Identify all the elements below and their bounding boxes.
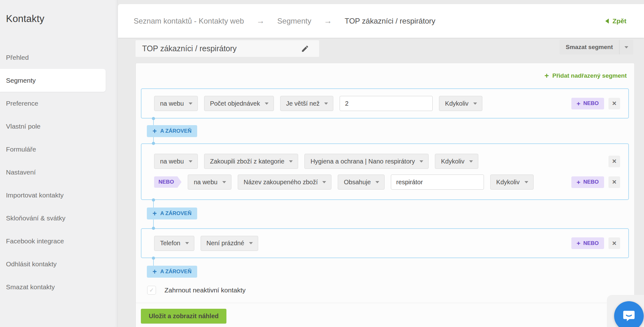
delete-segment-label: Smazat segment — [559, 44, 619, 51]
connector-dot — [152, 142, 155, 145]
sidebar-item-smazat-kontakty[interactable]: Smazat kontakty — [0, 275, 118, 298]
delete-segment-dropdown[interactable] — [619, 40, 633, 54]
breadcrumb-list-link[interactable]: Seznam kontaktů - Kontakty web — [134, 17, 244, 25]
or-tag-label: NEBO — [158, 179, 174, 185]
source-select[interactable]: na webu — [154, 154, 198, 169]
sidebar-item-importovat-kontakty[interactable]: Importovat kontakty — [0, 184, 118, 207]
close-icon: ✕ — [612, 100, 617, 107]
panel-divider — [136, 303, 634, 303]
condition-group-2: na webu Zakoupili zboží z kategorie Hygi… — [141, 143, 629, 200]
select-value: na webu — [160, 158, 184, 165]
add-parent-segment-button[interactable]: + Přidat nadřazený segment — [544, 72, 627, 80]
chevron-down-icon — [189, 160, 192, 163]
select-value: na webu — [194, 179, 218, 186]
back-label: Zpět — [613, 17, 626, 25]
and-label: A ZÁROVEŇ — [160, 128, 192, 134]
plus-icon: + — [153, 210, 157, 217]
remove-condition-button[interactable]: ✕ — [608, 98, 620, 109]
condition-row-or: NEBO na webu Název zakoupeného zboží Obs… — [154, 175, 620, 190]
remove-condition-button[interactable]: ✕ — [608, 176, 620, 188]
select-value: Není prázdné — [207, 240, 244, 247]
connector-dot — [152, 198, 155, 202]
field-select[interactable]: Telefon — [154, 236, 194, 251]
select-value: Kdykoliv — [445, 100, 468, 107]
sidebar-item-nastaveni[interactable]: Nastavení — [0, 161, 118, 184]
field-select[interactable]: Počet objednávek — [204, 96, 274, 111]
back-button[interactable]: Zpět — [605, 17, 626, 25]
source-select[interactable]: na webu — [154, 96, 198, 111]
breadcrumb-segments-link[interactable]: Segmenty — [277, 17, 311, 25]
or-label: NEBO — [583, 179, 599, 185]
select-value: Obsahuje — [344, 179, 371, 186]
sidebar-item-preference[interactable]: Preference — [0, 92, 118, 115]
chevron-down-icon — [324, 103, 328, 105]
select-value: Hygiena a ochrana | Nano respirátory — [310, 158, 415, 165]
pencil-icon[interactable] — [301, 45, 309, 53]
connector-dot — [152, 117, 155, 120]
remove-condition-button[interactable]: ✕ — [608, 237, 620, 249]
sidebar-item-segmenty[interactable]: Segmenty — [0, 69, 106, 92]
field-select[interactable]: Zakoupili zboží z kategorie — [204, 154, 298, 169]
close-icon: ✕ — [612, 158, 617, 165]
row-actions: ✕ — [608, 156, 620, 167]
segment-title-block: TOP zákazníci / respirátory — [136, 40, 319, 57]
select-value: na webu — [160, 100, 184, 107]
or-label: NEBO — [583, 240, 599, 247]
breadcrumb: Seznam kontaktů - Kontakty web → Segment… — [134, 16, 435, 26]
include-inactive-checkbox[interactable]: ✓ — [147, 286, 156, 295]
add-and-button[interactable]: + A ZÁROVEŇ — [147, 208, 197, 219]
chevron-down-icon — [265, 103, 269, 105]
select-value: Zakoupili zboží z kategorie — [210, 158, 285, 165]
sidebar-item-formulare[interactable]: Formuláře — [0, 138, 118, 161]
value-input[interactable] — [340, 96, 433, 111]
sidebar-item-vlastni-pole[interactable]: Vlastní pole — [0, 115, 118, 138]
arrow-right-icon: → — [257, 16, 265, 26]
operator-select[interactable]: Není prázdné — [201, 236, 258, 251]
chevron-down-icon — [375, 181, 379, 183]
condition-row: na webu Zakoupili zboží z kategorie Hygi… — [154, 154, 620, 169]
add-or-button[interactable]: + NEBO — [571, 176, 604, 188]
top-header: Seznam kontaktů - Kontakty web → Segment… — [118, 4, 644, 38]
remove-condition-button[interactable]: ✕ — [608, 156, 620, 167]
breadcrumb-current-segment: TOP zákazníci / respirátory — [345, 17, 436, 25]
plus-icon: + — [577, 100, 580, 107]
save-preview-button[interactable]: Uložit a zobrazit náhled — [141, 309, 226, 324]
add-or-button[interactable]: + NEBO — [571, 237, 604, 249]
sidebar-item-odhlasit-kontakty[interactable]: Odhlásit kontakty — [0, 252, 118, 275]
add-or-button[interactable]: + NEBO — [571, 98, 604, 109]
chevron-down-icon — [525, 181, 528, 183]
chevron-down-icon — [185, 242, 189, 244]
field-select[interactable]: Název zakoupeného zboží — [238, 175, 332, 190]
condition-row: na webu Počet objednávek Je větší než Kd… — [154, 96, 620, 111]
sidebar-item-sklonovani-svatky[interactable]: Skloňování & svátky — [0, 207, 118, 230]
condition-group-3: Telefon Není prázdné + NEBO ✕ — [141, 228, 629, 258]
timeframe-select[interactable]: Kdykoliv — [439, 96, 482, 111]
chevron-down-icon — [189, 103, 192, 105]
operator-select[interactable]: Obsahuje — [338, 175, 385, 190]
chevron-down-icon — [419, 160, 423, 163]
and-label: A ZÁROVEŇ — [160, 210, 192, 217]
chevron-down-icon — [222, 181, 226, 183]
and-label: A ZÁROVEŇ — [160, 269, 192, 275]
chevron-down-icon — [322, 181, 326, 183]
chevron-down-icon — [625, 46, 628, 48]
operator-select[interactable]: Je větší než — [280, 96, 334, 111]
close-icon: ✕ — [612, 240, 617, 247]
add-and-button[interactable]: + A ZÁROVEŇ — [147, 125, 197, 137]
timeframe-select[interactable]: Kdykoliv — [490, 175, 533, 190]
source-select[interactable]: na webu — [188, 175, 231, 190]
sidebar-item-facebook-integrace[interactable]: Facebook integrace — [0, 230, 118, 252]
check-icon: ✓ — [149, 287, 154, 294]
category-select[interactable]: Hygiena a ochrana | Nano respirátory — [304, 154, 429, 169]
value-input[interactable] — [391, 175, 484, 190]
include-inactive-row: ✓ Zahrnout neaktivní kontakty — [147, 286, 246, 295]
add-and-button[interactable]: + A ZÁROVEŇ — [147, 266, 197, 278]
chevron-down-icon — [469, 160, 473, 163]
delete-segment-button[interactable]: Smazat segment — [559, 40, 633, 54]
sidebar-item-prehled[interactable]: Přehled — [0, 46, 118, 69]
add-parent-segment-label: Přidat nadřazený segment — [552, 72, 627, 79]
timeframe-select[interactable]: Kdykoliv — [435, 154, 478, 169]
chevron-down-icon — [289, 160, 293, 163]
chat-bubble-icon — [622, 309, 636, 323]
segment-builder-panel: + Přidat nadřazený segment na webu Počet… — [136, 63, 635, 327]
